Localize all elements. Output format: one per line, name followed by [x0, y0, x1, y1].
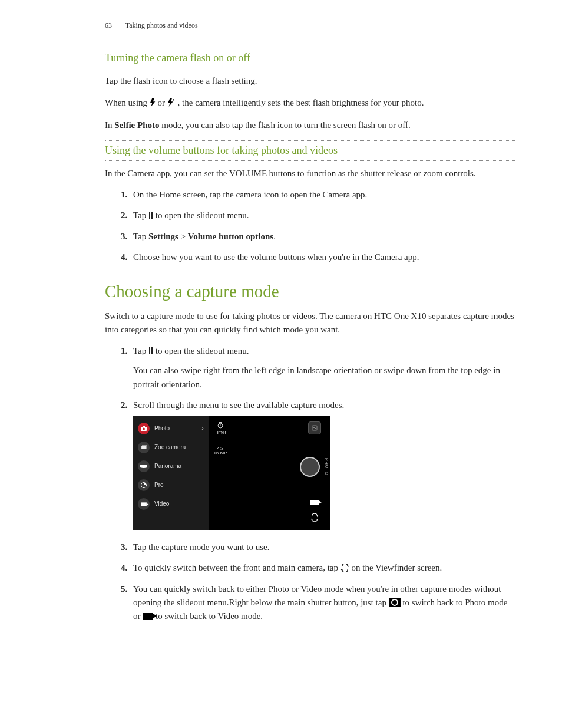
mode-pro[interactable]: Pro [133, 476, 209, 495]
running-header: 63 Taking photos and videos [105, 21, 515, 30]
pro-icon [138, 479, 150, 491]
steps-list: On the Home screen, tap the camera icon … [105, 188, 515, 264]
chevron-right-icon: › [201, 423, 204, 433]
svg-marker-14 [311, 518, 312, 520]
photo-shutter-icon [389, 598, 401, 607]
heading-capture-mode: Choosing a capture mode [105, 282, 515, 301]
video-shutter-icon [143, 613, 153, 620]
paragraph: In the Camera app, you can set the VOLUM… [105, 167, 515, 180]
svg-point-5 [143, 428, 145, 430]
flash-auto-icon: A [167, 97, 176, 111]
mode-video[interactable]: Video [133, 495, 209, 513]
step: Tap the capture mode you want to use. [130, 541, 515, 554]
gallery-thumbnail[interactable] [308, 421, 321, 434]
divider [105, 68, 515, 68]
document-page: 63 Taking photos and videos Turning the … [0, 0, 562, 728]
camera-icon [138, 423, 150, 434]
paragraph: When using or A , the camera intelligent… [105, 96, 515, 111]
steps-list: Tap to open the slideout menu. You can a… [105, 344, 515, 623]
paragraph: In Selfie Photo mode, you can also tap t… [105, 118, 515, 132]
svg-rect-7 [142, 445, 147, 449]
slideout-handle-icon [148, 347, 153, 354]
shutter-button[interactable] [300, 457, 320, 477]
slideout-handle-icon [148, 212, 153, 219]
svg-marker-0 [150, 98, 155, 107]
chapter-title: Taking photos and videos [125, 21, 198, 29]
divider [105, 48, 515, 48]
switch-camera-icon[interactable] [310, 513, 319, 525]
step: Tap to open the slideout menu. [130, 209, 515, 222]
step-note: You can also swipe right from the left e… [133, 364, 515, 391]
capture-options-col: Timer 4:3 16 MP [209, 416, 232, 530]
step: To quickly switch between the front and … [130, 561, 515, 575]
svg-rect-4 [143, 426, 145, 427]
svg-marker-16 [341, 569, 342, 571]
svg-marker-15 [348, 565, 349, 568]
step: Scroll through the menu to see the avail… [130, 398, 515, 530]
step: On the Home screen, tap the camera icon … [130, 188, 515, 202]
page-number: 63 [105, 21, 112, 29]
switch-camera-icon [340, 563, 349, 572]
viewfinder [232, 416, 299, 530]
paragraph: Switch to a capture mode to use for taki… [105, 309, 515, 336]
step: Tap Settings > Volume button options. [130, 230, 515, 243]
panorama-icon [138, 460, 150, 472]
divider [105, 140, 515, 141]
flash-on-icon [150, 97, 156, 111]
svg-text:A: A [173, 98, 175, 102]
subheading-volume: Using the volume buttons for taking phot… [105, 144, 515, 157]
mode-panorama[interactable]: Panorama [133, 457, 209, 476]
shutter-mode-label: PHOTO [323, 458, 330, 476]
paragraph: Tap the flash icon to choose a flash set… [105, 74, 515, 88]
svg-marker-13 [317, 515, 318, 517]
video-icon [138, 498, 150, 510]
mode-photo[interactable]: Photo › [133, 419, 209, 438]
svg-rect-11 [219, 422, 222, 423]
divider [105, 160, 515, 161]
subheading-flash: Turning the camera flash on or off [105, 52, 515, 64]
aspect-ratio-option[interactable]: 4:3 16 MP [213, 446, 227, 457]
capture-mode-list: Photo › Zoe camera Panorama Pro [133, 416, 209, 530]
step: You can quickly switch back to either Ph… [130, 582, 515, 624]
camera-controls-col: PHOTO [299, 416, 330, 530]
step: Choose how you want to use the volume bu… [130, 251, 515, 264]
zoe-icon [138, 442, 150, 453]
mode-zoe[interactable]: Zoe camera [133, 438, 209, 457]
timer-option[interactable]: Timer [214, 421, 226, 436]
camera-ui-figure: Photo › Zoe camera Panorama Pro [133, 416, 330, 530]
video-mode-icon[interactable] [310, 500, 319, 505]
step: Tap to open the slideout menu. You can a… [130, 344, 515, 391]
